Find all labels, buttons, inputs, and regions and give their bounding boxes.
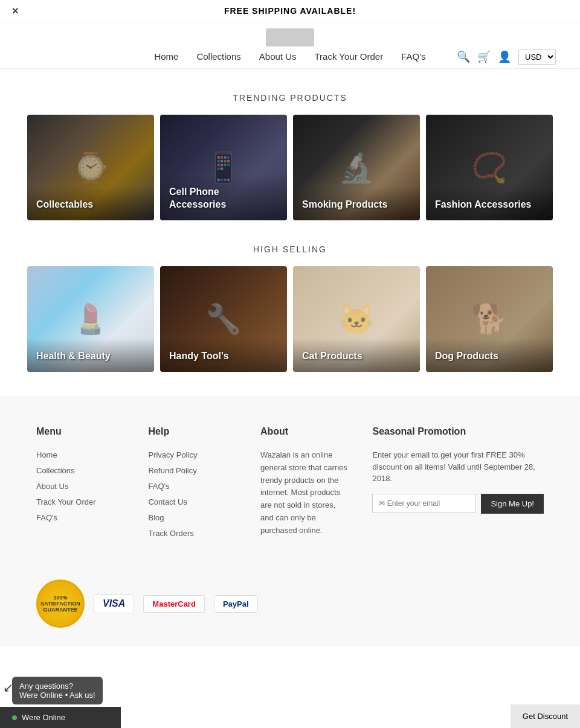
- footer-track-link[interactable]: Track Your Order: [36, 497, 96, 506]
- footer-contact-link[interactable]: Contact Us: [148, 497, 187, 506]
- search-icon[interactable]: 🔍: [457, 50, 470, 63]
- trending-section: TRENDING PRODUCTS ⌚ Collectables 📱 Cell …: [0, 93, 580, 220]
- footer-promo-title: Seasonal Promotion: [372, 426, 544, 437]
- footer-faq2-link[interactable]: FAQ's: [148, 482, 169, 491]
- satisfaction-line3: GUARANTEE: [43, 607, 77, 613]
- footer: Menu Home Collections About Us Track You…: [0, 396, 580, 646]
- currency-select[interactable]: USD: [518, 49, 556, 65]
- nav-collections[interactable]: Collections: [196, 51, 240, 62]
- nav-about[interactable]: About Us: [259, 51, 297, 62]
- card-label: Handy Tool's: [160, 338, 287, 372]
- footer-help-col: Help Privacy Policy Refund Policy FAQ's …: [148, 426, 236, 543]
- trending-title: TRENDING PRODUCTS: [0, 93, 580, 103]
- footer-track2-link[interactable]: Track Orders: [148, 529, 193, 538]
- product-card-dog[interactable]: 🐕 Dog Products: [426, 266, 553, 372]
- footer-about-text: Wazalan is an online general store that …: [260, 449, 348, 537]
- product-card-collectables[interactable]: ⌚ Collectables: [27, 115, 154, 220]
- logo[interactable]: [266, 28, 314, 46]
- footer-promo-col: Seasonal Promotion Enter your email to g…: [372, 426, 544, 543]
- satisfaction-badge: 100% SATISFACTION GUARANTEE: [36, 580, 85, 628]
- card-label: Smoking Products: [293, 187, 420, 220]
- cart-icon[interactable]: 🛒: [477, 50, 491, 63]
- visa-badge: VISA: [94, 594, 134, 613]
- card-label: Collectables: [27, 187, 154, 220]
- satisfaction-line2: SATISFACTION: [40, 601, 80, 607]
- top-banner: × FREE SHIPPING AVAILABLE!: [0, 0, 580, 22]
- footer-menu-links: Home Collections About Us Track Your Ord…: [36, 449, 124, 523]
- card-label: Dog Products: [426, 338, 553, 372]
- header-icons: 🔍 🛒 👤 USD: [457, 49, 556, 65]
- logo-area[interactable]: [266, 28, 314, 46]
- header: Home Collections About Us Track Your Ord…: [0, 22, 580, 69]
- paypal-badge: PayPal: [214, 595, 258, 613]
- footer-blog-link[interactable]: Blog: [148, 513, 164, 522]
- high-selling-title: HIGH SELLING: [0, 244, 580, 254]
- nav-home[interactable]: Home: [154, 51, 178, 62]
- product-card-health[interactable]: 💄 Health & Beauty: [27, 266, 154, 372]
- trending-grid: ⌚ Collectables 📱 Cell Phone Accessories …: [0, 115, 580, 220]
- product-card-fashion[interactable]: 📿 Fashion Accessories: [426, 115, 553, 220]
- email-input[interactable]: [372, 494, 476, 513]
- footer-about-col: About Wazalan is an online general store…: [260, 426, 348, 543]
- product-card-handy[interactable]: 🔧 Handy Tool's: [160, 266, 287, 372]
- card-label: Health & Beauty: [27, 338, 154, 372]
- footer-bottom: 100% SATISFACTION GUARANTEE VISA MasterC…: [36, 567, 544, 628]
- footer-menu-title: Menu: [36, 426, 124, 437]
- nav-faq[interactable]: FAQ's: [401, 51, 425, 62]
- nav-area: Home Collections About Us Track Your Ord…: [12, 51, 568, 62]
- footer-refund-link[interactable]: Refund Policy: [148, 466, 196, 475]
- banner-text: FREE SHIPPING AVAILABLE!: [224, 6, 356, 16]
- card-label: Cell Phone Accessories: [160, 174, 287, 220]
- footer-help-links: Privacy Policy Refund Policy FAQ's Conta…: [148, 449, 236, 538]
- footer-menu-col: Menu Home Collections About Us Track You…: [36, 426, 124, 543]
- card-label: Cat Products: [293, 338, 420, 372]
- dog-icon: 🐕: [471, 302, 507, 336]
- footer-faq-link[interactable]: FAQ's: [36, 513, 57, 522]
- product-card-cellphone[interactable]: 📱 Cell Phone Accessories: [160, 115, 287, 220]
- close-icon[interactable]: ×: [12, 5, 19, 18]
- cat-icon: 🐱: [338, 302, 375, 336]
- promo-form: Sign Me Up!: [372, 494, 544, 514]
- footer-about-link[interactable]: About Us: [36, 482, 68, 491]
- mastercard-badge: MasterCard: [143, 595, 205, 613]
- health-icon: 💄: [72, 302, 109, 336]
- footer-top: Menu Home Collections About Us Track You…: [36, 426, 544, 543]
- account-icon[interactable]: 👤: [498, 50, 511, 63]
- satisfaction-line1: 100%: [53, 595, 67, 601]
- smoking-icon: 🔬: [338, 151, 375, 185]
- footer-home-link[interactable]: Home: [36, 450, 57, 459]
- high-selling-section: HIGH SELLING 💄 Health & Beauty 🔧 Handy T…: [0, 244, 580, 372]
- high-selling-grid: 💄 Health & Beauty 🔧 Handy Tool's 🐱 Cat P…: [0, 266, 580, 372]
- footer-promo-text: Enter your email to get your first FREE …: [372, 449, 544, 485]
- fashion-icon: 📿: [471, 151, 507, 185]
- main-nav: Home Collections About Us Track Your Ord…: [154, 51, 425, 62]
- card-label: Fashion Accessories: [426, 187, 553, 220]
- collectables-icon: ⌚: [72, 151, 109, 185]
- nav-track[interactable]: Track Your Order: [315, 51, 384, 62]
- footer-privacy-link[interactable]: Privacy Policy: [148, 450, 197, 459]
- footer-about-title: About: [260, 426, 348, 437]
- sign-up-button[interactable]: Sign Me Up!: [481, 494, 544, 514]
- nav-links: Home Collections About Us Track Your Ord…: [154, 51, 425, 62]
- product-card-cat[interactable]: 🐱 Cat Products: [293, 266, 420, 372]
- footer-help-title: Help: [148, 426, 236, 437]
- handy-icon: 🔧: [205, 302, 242, 336]
- product-card-smoking[interactable]: 🔬 Smoking Products: [293, 115, 420, 220]
- footer-collections-link[interactable]: Collections: [36, 466, 75, 475]
